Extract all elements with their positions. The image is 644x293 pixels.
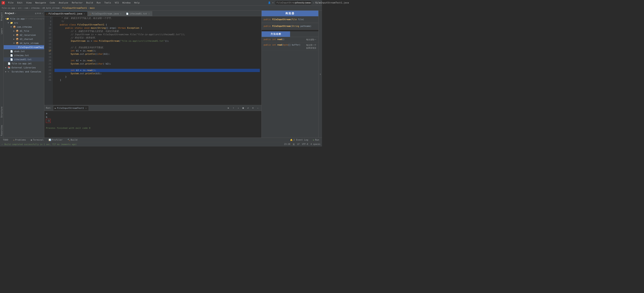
tree-d1-file[interactable]: ▶ 📦 d1_file: [4, 29, 44, 33]
right-panel-divider: [262, 30, 318, 31]
output-line-spacer: [46, 123, 260, 126]
bottom-event-log[interactable]: 🔔 2 Event Log: [289, 138, 310, 142]
bottom-tab-terminal[interactable]: ▣ Terminal: [30, 138, 45, 142]
run-minimize-btn[interactable]: —: [256, 106, 260, 110]
left-side-labels: Project Learn Structure Favorites: [0, 11, 4, 138]
run-rerun-btn[interactable]: ↺: [246, 106, 250, 110]
tab-java-icon-1: ☕: [46, 13, 48, 15]
right-collapse-panel[interactable]: ›: [318, 11, 322, 138]
menu-help[interactable]: Help: [133, 1, 140, 5]
run-stop-btn[interactable]: ■: [241, 106, 245, 110]
tab-bar: ☕ FileInputStreamTest1.java ✕ ☕ FileInpu…: [44, 11, 262, 16]
tab-close-3[interactable]: ✕: [148, 13, 150, 15]
bottom-tab-problems[interactable]: ⚠ Problems: [12, 138, 27, 142]
menu-navigate[interactable]: Navigate: [34, 1, 47, 5]
run-play-btn[interactable]: ▶: [226, 106, 230, 110]
menu-vcs[interactable]: VCS: [114, 1, 120, 5]
sidebar-label-favorites[interactable]: Favorites: [0, 123, 3, 138]
breadcrumb-file-io-app[interactable]: file-io-app: [2, 7, 15, 9]
sidebar-label-project[interactable]: Project: [0, 11, 3, 22]
status-spaces: 4 spaces: [310, 143, 320, 146]
panel-collapse-icon[interactable]: ≡: [37, 12, 38, 15]
run-tab-main[interactable]: ▶ FileInputStreamTest1 ✕: [53, 106, 89, 111]
tree-d4-byte-stream[interactable]: ▼ 📦 d4_byte_stream: [4, 41, 44, 45]
menu-view[interactable]: View: [26, 1, 32, 5]
menu-tools[interactable]: Tools: [104, 1, 112, 5]
menu-code[interactable]: Code: [49, 1, 56, 5]
tree-d3-charset[interactable]: ▶ 📦 d3_charset: [4, 37, 44, 41]
code-area[interactable]: * 目标：掌握文件字节输入流，每次读取一个字节。 */ public class…: [53, 16, 262, 105]
run-tab-label: FileInputStreamTest1: [57, 107, 84, 109]
bottom-tab-build[interactable]: 🔨 Build: [66, 138, 79, 142]
tree-external-libraries[interactable]: ▶ 📚 External Libraries: [4, 66, 44, 70]
code-line-15: [54, 43, 260, 46]
tab-label-3: itheima01.txt: [130, 13, 147, 15]
run-tab-close[interactable]: ✕: [85, 107, 87, 109]
code-line-24: System.out.println(b3);: [54, 72, 260, 75]
build-label: Build: [71, 139, 78, 141]
back-icon[interactable]: ←: [272, 2, 274, 4]
tab-itheima01[interactable]: 📄 itheima01.txt ✕: [124, 11, 152, 16]
tab-file-input-stream[interactable]: ☕ FileInputStream.java ✕: [88, 11, 124, 16]
breadcrumb-com[interactable]: com: [24, 7, 28, 9]
run-up-btn[interactable]: ↑: [231, 106, 236, 110]
run-icon: ▶: [313, 139, 314, 141]
tree-scratches[interactable]: ▶ ✎ Scratches and Consoles: [4, 70, 44, 74]
output-highlight-value: -1: [46, 119, 50, 123]
tree-file-input-stream-test1[interactable]: ☕ FileInputStreamTest1: [4, 45, 44, 49]
code-line-19: [54, 56, 260, 59]
breadcrumb-method[interactable]: main: [90, 7, 94, 9]
code-line-8: */: [54, 20, 260, 23]
menu-file[interactable]: File: [7, 1, 14, 5]
right-panel-method-title: 方法名称: [262, 31, 290, 37]
menu-edit[interactable]: Edit: [16, 1, 24, 5]
menu-refactor[interactable]: Refactor: [71, 1, 83, 5]
panel-locate-icon[interactable]: ◎: [35, 12, 36, 15]
tree-itheima01-txt[interactable]: 📄 itheima01.txt: [4, 57, 44, 62]
panel-close-icon[interactable]: —: [42, 12, 43, 15]
run-label-bottom: Run: [315, 139, 319, 141]
menu-build[interactable]: Build: [86, 1, 94, 5]
tab-label-1: FileInputStreamTest1.java: [48, 13, 82, 15]
project-panel-header: Project ▼ ◎ ≡ ⚙ —: [4, 11, 44, 16]
menu-window[interactable]: Window: [122, 1, 131, 5]
output-line-minus1: -1: [46, 119, 260, 123]
run-settings-btn[interactable]: ⚙: [251, 106, 255, 110]
profiler-icon: 📊: [48, 139, 51, 141]
menu-bar[interactable]: File Edit View Navigate Code Analyze Ref…: [7, 1, 140, 5]
bottom-tab-profiler[interactable]: 📊 Profiler: [47, 138, 64, 142]
panel-settings-icon[interactable]: ⚙: [40, 12, 41, 15]
breadcrumb-class[interactable]: FileInputStreamTest1: [62, 7, 87, 9]
breadcrumb-itheima[interactable]: itheima: [31, 7, 40, 9]
run-down-btn[interactable]: ↓: [236, 106, 240, 110]
tree-com-itheima[interactable]: ▼ 📦 com.itheima: [4, 25, 44, 29]
code-line-20: int b2 = is.read();: [54, 59, 260, 62]
tab-close-2[interactable]: ✕: [120, 13, 122, 15]
menu-analyze[interactable]: Analyze: [58, 1, 69, 5]
tab-close-1[interactable]: ✕: [83, 13, 86, 15]
status-bar: ✓ Build completed successfully in 1 sec,…: [0, 142, 322, 147]
tree-root[interactable]: ▼ 📁 file-io-app D:\code\javasepromax\fil…: [4, 17, 44, 21]
tab-file-input-stream-test1[interactable]: ☕ FileInputStreamTest1.java ✕: [44, 11, 88, 16]
code-line-18: System.out.println((char)b1);: [54, 53, 260, 56]
bottom-tab-todo[interactable]: TODO: [2, 138, 10, 142]
run-tab-icon: ▶: [55, 107, 56, 109]
right-panel: 构造器 public FileInputStream(File file) pu…: [262, 11, 318, 138]
tab-label-2: FileInputStream.java: [92, 13, 119, 15]
tree-d2-recursion[interactable]: ▶ 📦 d2_recursion: [4, 33, 44, 37]
tree-iml[interactable]: 📄 file-io-app.iml: [4, 62, 44, 66]
title-bar-left: J File Edit View Navigate Code Analyze R…: [2, 1, 140, 5]
tree-itheima-txt[interactable]: 📄 itheima.txt: [4, 53, 44, 57]
breadcrumb-src[interactable]: src: [18, 7, 22, 9]
menu-run[interactable]: Run: [96, 1, 102, 5]
status-lf: LF: [297, 143, 300, 146]
breadcrumb-d4[interactable]: d4_byte_stream: [42, 7, 60, 9]
editor-content: 7 8 9 10 11 12 13 14 15 16 17 18 19 20 2…: [44, 16, 262, 105]
bottom-run[interactable]: ▶ Run: [312, 138, 320, 142]
tree-abab-txt[interactable]: 📄 abab.txt: [4, 49, 44, 53]
sidebar-label-learn[interactable]: Learn: [0, 27, 3, 36]
sidebar-label-structure[interactable]: Structure: [0, 105, 3, 119]
tree-src[interactable]: ▼ 📁 src: [4, 21, 44, 25]
user-icon[interactable]: 👤: [268, 2, 271, 4]
todo-label: TODO: [3, 139, 8, 141]
